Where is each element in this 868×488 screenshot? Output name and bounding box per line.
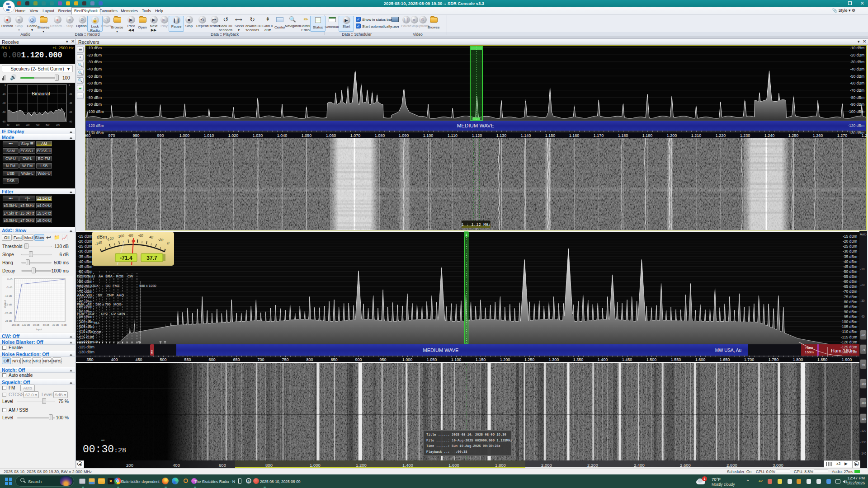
svg-text:MW: MW bbox=[151, 350, 153, 354]
svg-text:MEDIUM WAVE: MEDIUM WAVE bbox=[457, 123, 495, 128]
svg-text:MW USA, Au: MW USA, Au bbox=[715, 348, 741, 353]
svg-text:1: 1 bbox=[465, 233, 467, 237]
svg-text:1 : 1.12 MHz: 1 : 1.12 MHz bbox=[462, 223, 491, 227]
svg-text:160m: 160m bbox=[805, 350, 814, 354]
svg-text:-80: -80 bbox=[128, 233, 134, 238]
svg-text:dBm: dBm bbox=[97, 234, 107, 239]
svg-text:37.7: 37.7 bbox=[146, 255, 157, 261]
svg-text:Ham: Ham bbox=[806, 346, 813, 350]
svg-text:-40: -40 bbox=[148, 235, 154, 240]
svg-text:-71.4: -71.4 bbox=[120, 255, 132, 261]
svg-text:-60: -60 bbox=[138, 234, 144, 238]
svg-text:MEDIUM WAVE: MEDIUM WAVE bbox=[423, 347, 459, 353]
